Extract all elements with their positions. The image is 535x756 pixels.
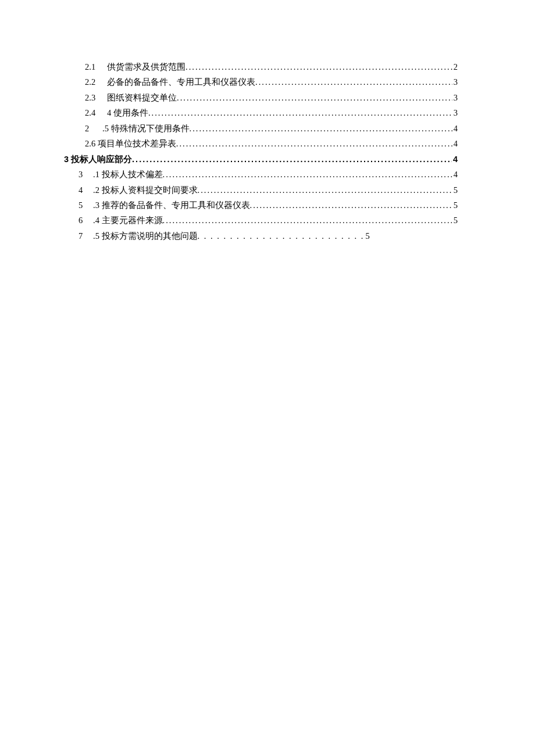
toc-entry-page: 5	[452, 216, 458, 225]
toc-entry-page: 2	[452, 63, 458, 72]
toc-leader-dots	[176, 139, 452, 149]
toc-entry-number: 3	[79, 170, 93, 180]
toc-entry-page: 4	[452, 155, 458, 164]
toc-entry-label: 图纸资料提交单位	[107, 94, 177, 103]
toc-leader-dots	[163, 216, 452, 225]
toc-leader-dots	[186, 63, 452, 72]
toc-entry: 7.5 投标方需说明的其他问题. . . . . . . . . . . . .…	[79, 232, 458, 241]
toc-leader-dots	[177, 94, 452, 103]
toc-entry-number: 2	[85, 124, 102, 134]
toc-leader-dots	[163, 170, 452, 180]
toc-entry-label: .3 推荐的备品备件、专用工具和仪器仪表	[93, 201, 250, 210]
toc-entry-label: .5 特殊情况下使用条件	[102, 124, 190, 134]
toc-entry: 5.3 推荐的备品备件、专用工具和仪器仪表 5	[79, 201, 458, 210]
toc-leader-dots	[250, 201, 452, 210]
toc-entry-page: 4	[452, 124, 458, 134]
toc-entry-page: 5	[364, 232, 369, 241]
toc-entry-number: 2.4	[85, 109, 107, 118]
document-page: 2.1供货需求及供货范围 22.2必备的备品备件、专用工具和仪器仪表 32.3图…	[0, 0, 535, 756]
toc-leader-dots	[255, 78, 452, 87]
toc-entry: 3 投标人响应部分 4	[64, 155, 458, 164]
toc-entry: 2.6 项目单位技术差异表 4	[85, 139, 458, 149]
toc-entry-number: 5	[79, 201, 93, 210]
toc-entry-number: 2.1	[85, 63, 107, 72]
toc-entry-number: 4	[79, 186, 93, 195]
toc-entry-page: 3	[452, 109, 458, 118]
toc-entry-label: 必备的备品备件、专用工具和仪器仪表	[107, 78, 255, 87]
toc-entry-label: 4 使用条件	[107, 109, 148, 118]
toc-leader-dots	[148, 109, 452, 118]
toc-entry-label: .2 投标人资料提交时间要求	[93, 186, 198, 195]
toc-leader-dots	[132, 155, 452, 164]
toc-entry: 2.2必备的备品备件、专用工具和仪器仪表 3	[85, 78, 458, 87]
toc-entry-label: .5 投标方需说明的其他问题	[93, 232, 198, 241]
toc-entry-page: 5	[452, 186, 458, 195]
toc-entry: 2.3图纸资料提交单位 3	[85, 94, 458, 103]
toc-entry: 2.1供货需求及供货范围 2	[85, 63, 458, 72]
toc-entry-page: 4	[452, 139, 458, 149]
toc-entry: 2.44 使用条件3	[85, 109, 458, 118]
toc-entry-number: 2.2	[85, 78, 107, 87]
toc-entry: 6.4 主要元器件来源 5	[79, 216, 458, 225]
toc-entry-label: 2.6 项目单位技术差异表	[85, 139, 176, 149]
toc-entry-number: 6	[79, 216, 93, 225]
toc-leader-dots	[190, 124, 452, 134]
toc-entry-label: 供货需求及供货范围	[107, 63, 186, 72]
toc-entry-label: 3 投标人响应部分	[64, 155, 132, 164]
toc-entry-page: 3	[452, 78, 458, 87]
toc-entry-page: 3	[452, 94, 458, 103]
toc-entry-page: 5	[452, 201, 458, 210]
toc-entry: 3.1 投标人技术偏差 4	[79, 170, 458, 180]
toc-entry-label: .1 投标人技术偏差	[93, 170, 163, 180]
toc-entry: 2.5 特殊情况下使用条件 4	[85, 124, 458, 134]
toc-entry-label: .4 主要元器件来源	[93, 216, 163, 225]
table-of-contents: 2.1供货需求及供货范围 22.2必备的备品备件、专用工具和仪器仪表 32.3图…	[0, 63, 535, 241]
toc-leader-dots: . . . . . . . . . . . . . . . . . . . . …	[198, 232, 365, 241]
toc-leader-dots	[198, 186, 452, 195]
toc-entry-number: 7	[79, 232, 93, 241]
toc-entry-page: 4	[452, 170, 458, 180]
toc-entry-number: 2.3	[85, 94, 107, 103]
toc-entry: 4.2 投标人资料提交时间要求 5	[79, 186, 458, 195]
